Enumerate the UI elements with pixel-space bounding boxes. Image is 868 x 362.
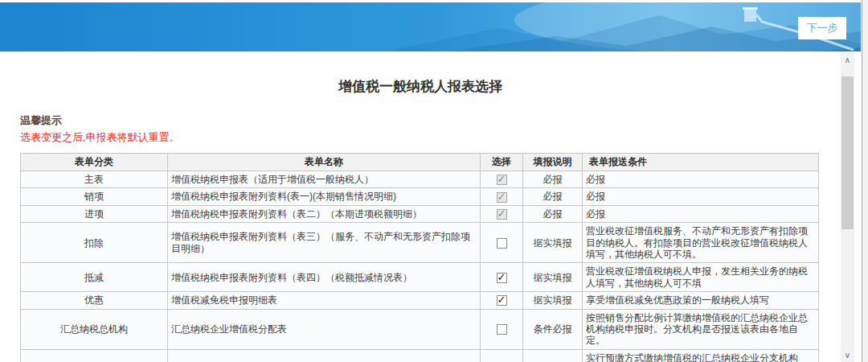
select-checkbox[interactable]: [497, 273, 507, 283]
instruction-cell: 必报: [523, 205, 583, 222]
table-row: 扣除 增值税纳税申报表附列资料（表三）（服务、不动产和无形资产扣除项目明细） 据…: [21, 223, 819, 263]
form-name-cell: 增值税减免税申报明细表: [168, 292, 481, 309]
content-area: 增值税一般纳税人报表选择 温馨提示 选表变更之后,申报表将默认重置。 表单分类 …: [0, 51, 841, 362]
next-step-button[interactable]: 下一步: [798, 17, 846, 39]
notice-block: 温馨提示 选表变更之后,申报表将默认重置。: [20, 113, 841, 145]
select-checkbox: [497, 175, 507, 185]
form-name-cell: 增值税纳税申报表附列资料（表二）（本期进项税额明细）: [168, 205, 481, 222]
category-cell: 抵减: [21, 263, 168, 292]
category-cell: 销项: [21, 188, 168, 205]
select-cell: [481, 263, 523, 292]
form-name-cell: 汇总纳税企业增值税分配表: [168, 309, 481, 349]
select-cell: [481, 223, 523, 263]
select-checkbox: [497, 192, 507, 203]
scroll-up-icon[interactable]: ∧: [841, 53, 854, 67]
condition-cell: 必报: [583, 188, 819, 205]
category-cell: 主表: [21, 171, 168, 188]
select-cell: [481, 309, 523, 349]
table-row: 主表 增值税纳税申报表（适用于增值税一般纳税人） 必报 必报: [21, 171, 819, 188]
instruction-cell: 据实填报: [523, 349, 583, 362]
category-cell: 扣除: [21, 223, 168, 263]
header-instruction: 填报说明: [523, 154, 583, 171]
condition-cell: 必报: [583, 205, 819, 222]
category-cell: 优惠: [21, 292, 168, 309]
notice-title: 温馨提示: [20, 113, 841, 128]
instruction-cell: 据实填报: [523, 263, 583, 292]
category-cell: 进项: [21, 205, 168, 222]
select-cell: [481, 205, 523, 222]
notice-warning-text: 选表变更之后,申报表将默认重置。: [20, 130, 841, 145]
instruction-cell: 必报: [523, 188, 583, 205]
condition-cell: 必报: [583, 171, 819, 188]
scroll-down-icon[interactable]: ∨: [841, 348, 854, 362]
form-name-cell: 增值税纳税申报表（适用于增值税一般纳税人）: [168, 171, 481, 188]
instruction-cell: 必报: [523, 171, 583, 188]
select-cell: [481, 292, 523, 309]
select-checkbox[interactable]: [497, 295, 507, 306]
header-select: 选择: [481, 154, 523, 171]
instruction-cell: 据实填报: [523, 223, 583, 263]
form-name-cell: 汇总纳税企业通用传递单: [168, 349, 481, 362]
category-cell: 汇总纳税总机构: [21, 309, 168, 349]
table-row: 抵减 增值税纳税申报表附列资料（表四）（税额抵减情况表） 据实填报 营业税改征增…: [21, 263, 819, 292]
form-name-cell: 增值税纳税申报表附列资料（表四）（税额抵减情况表）: [168, 263, 481, 292]
select-cell: [481, 188, 523, 205]
select-checkbox: [497, 209, 507, 220]
page-title: 增值税一般纳税人报表选择: [0, 77, 841, 96]
category-cell: 预征预缴分支机构: [21, 349, 168, 362]
condition-cell: 享受增值税减免优惠政策的一般纳税人填写: [583, 292, 819, 309]
table-row: 销项 增值税纳税申报表附列资料(表一)(本期销售情况明细) 必报 必报: [21, 188, 819, 205]
condition-cell: 营业税改征增值税纳税人申报，发生相关业务的纳税人填写，其他纳税人可不填: [583, 263, 819, 292]
table-header-row: 表单分类 表单名称 选择 填报说明 表单报送条件: [21, 154, 819, 171]
select-cell: [481, 171, 523, 188]
scrollbar-thumb[interactable]: [841, 76, 854, 229]
form-name-cell: 增值税纳税申报表附列资料(表一)(本期销售情况明细): [168, 188, 481, 205]
select-checkbox[interactable]: [497, 238, 507, 249]
table-row: 预征预缴分支机构 汇总纳税企业通用传递单 据实填报 实行预缴方式缴纳增值税的汇总…: [21, 349, 819, 362]
table-row: 进项 增值税纳税申报表附列资料（表二）（本期进项税额明细） 必报 必报: [21, 205, 819, 222]
header-form-category: 表单分类: [21, 154, 168, 171]
condition-cell: 实行预缴方式缴纳增值税的汇总纳税企业分支机构（除发、供电企业和航空运输企业、邮政…: [583, 349, 819, 362]
table-row: 优惠 增值税减免税申报明细表 据实填报 享受增值税减免优惠政策的一般纳税人填写: [21, 292, 819, 309]
form-table-body: 主表 增值税纳税申报表（适用于增值税一般纳税人） 必报 必报 销项 增值税纳税申…: [21, 171, 819, 362]
vertical-scrollbar[interactable]: ∧ ∨: [841, 51, 854, 362]
instruction-cell: 据实填报: [523, 292, 583, 309]
form-name-cell: 增值税纳税申报表附列资料（表三）（服务、不动产和无形资产扣除项目明细）: [168, 223, 481, 263]
condition-cell: 按照销售分配比例计算缴纳增值税的汇总纳税企业总机构纳税申报时。分支机构是否报送该…: [583, 309, 819, 349]
header-submit-condition: 表单报送条件: [583, 154, 819, 171]
great-wall-banner-art: [0, 2, 861, 51]
form-selection-table: 表单分类 表单名称 选择 填报说明 表单报送条件 主表 增值税纳税申报表（适用于…: [20, 153, 819, 362]
table-row: 汇总纳税总机构 汇总纳税企业增值税分配表 条件必报 按照销售分配比例计算缴纳增值…: [21, 309, 819, 349]
header-banner: 下一步: [0, 2, 861, 51]
window-edge-strip: [862, 0, 868, 362]
vat-report-selection-page: 下一步 增值税一般纳税人报表选择 温馨提示 选表变更之后,申报表将默认重置。 表…: [0, 0, 868, 362]
condition-cell: 营业税改征增值税服务、不动产和无形资产有扣除项目的纳税人。有扣除项目的营业税改征…: [583, 223, 819, 263]
instruction-cell: 条件必报: [523, 309, 583, 349]
select-cell: [481, 349, 523, 362]
select-checkbox[interactable]: [497, 324, 507, 335]
header-form-name: 表单名称: [168, 154, 481, 171]
